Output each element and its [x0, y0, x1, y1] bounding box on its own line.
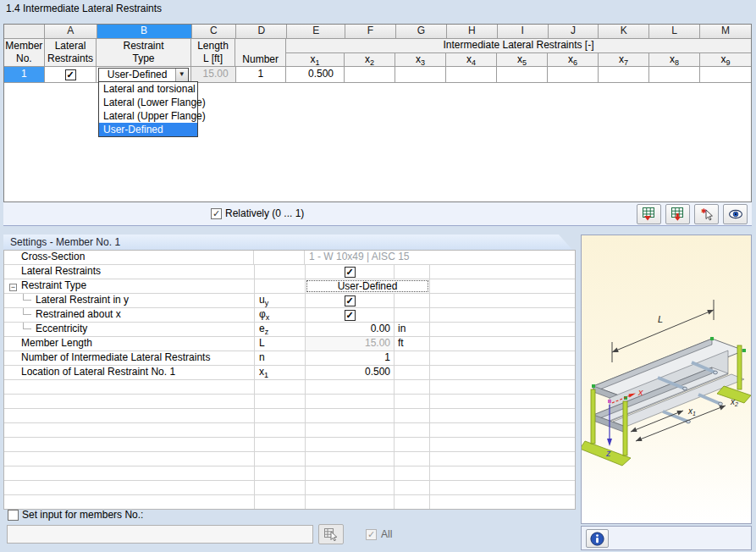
settings-extra-cell — [430, 294, 575, 307]
collapse-minus-icon[interactable]: − — [9, 284, 17, 291]
settings-symbol — [255, 409, 306, 422]
settings-row: Number of Intermediate Lateral Restraint… — [4, 351, 575, 366]
header-restraint-type: Restraint Type — [97, 39, 190, 66]
x1-cell[interactable]: 0.500 — [286, 67, 345, 82]
label-axis-z: z — [605, 448, 611, 458]
empty-x-cell[interactable] — [700, 67, 751, 82]
excel-export-button[interactable] — [665, 204, 690, 224]
tree-elbow-icon — [23, 308, 31, 315]
empty-x-cell[interactable] — [395, 67, 446, 82]
empty-x-cell[interactable] — [446, 67, 497, 82]
number-cell[interactable]: 1 — [236, 67, 287, 82]
relatively-bar: ✓ Relatively (0 ... 1) — [3, 202, 752, 226]
column-letter-L[interactable]: L — [649, 25, 700, 38]
settings-value-cell — [306, 466, 395, 480]
column-letter-J[interactable]: J — [549, 25, 599, 38]
settings-symbol — [255, 279, 306, 293]
header-x8: x8 — [649, 53, 700, 66]
settings-row: Lateral Restraints✓ — [4, 265, 575, 279]
settings-label — [4, 438, 255, 451]
header-member-no: Member No. — [4, 39, 45, 66]
settings-symbol — [254, 251, 305, 264]
settings-value-cell — [306, 481, 395, 494]
column-letter-A[interactable]: A — [45, 25, 97, 38]
dropdown-item[interactable]: Lateral (Lower Flange) — [99, 96, 197, 109]
info-button[interactable] — [586, 529, 609, 548]
settings-value-cell[interactable]: 0.00 — [306, 323, 395, 336]
lateral-restraints-checkbox[interactable]: ✓ — [65, 69, 76, 80]
settings-empty-row — [4, 423, 575, 438]
view-button[interactable] — [723, 204, 748, 224]
settings-value-cell[interactable]: 0.500 — [306, 366, 395, 379]
column-letter-F[interactable]: F — [345, 25, 396, 38]
settings-checkbox[interactable]: ✓ — [345, 267, 356, 278]
empty-x-cell[interactable] — [548, 67, 599, 82]
settings-label — [4, 395, 255, 408]
dropdown-item[interactable]: Lateral (Upper Flange) — [99, 109, 197, 123]
settings-empty-row — [4, 395, 575, 409]
table-header-row: Member No. Lateral Restraints Restraint … — [4, 39, 751, 67]
settings-empty-row — [4, 466, 575, 481]
settings-value-text: 1 - W 10x49 | AISC 15 — [305, 251, 575, 264]
settings-extra-cell — [430, 395, 575, 408]
settings-restraint-type-combo[interactable]: User-Defined — [306, 280, 428, 292]
settings-value-cell — [306, 495, 395, 509]
settings-value-cell[interactable]: 1 — [306, 351, 395, 365]
pick-members-button[interactable]: ✱ — [694, 204, 719, 224]
diagram-panel: L — [581, 235, 752, 524]
settings-symbol: uy — [255, 294, 306, 307]
set-input-checkbox[interactable]: ✓ — [8, 510, 19, 521]
settings-row: Lateral Restraint in yuy✓ — [4, 294, 575, 308]
settings-checkbox[interactable]: ✓ — [345, 295, 356, 306]
settings-extra-cell — [430, 308, 575, 322]
settings-symbol — [255, 395, 306, 408]
settings-unit-cell — [395, 395, 430, 408]
settings-extra-cell — [430, 452, 575, 466]
relatively-checkbox[interactable]: ✓ — [211, 208, 222, 219]
settings-row: Cross-Section1 - W 10x49 | AISC 15 — [4, 251, 575, 265]
settings-label — [4, 409, 255, 422]
settings-label: −Restraint Type — [4, 279, 255, 293]
pick-members-in-graphic-button — [318, 524, 344, 544]
column-letter-H[interactable]: H — [447, 25, 498, 38]
empty-x-cell[interactable] — [497, 67, 548, 82]
column-letter-B[interactable]: B — [97, 25, 192, 38]
settings-value-cell — [306, 438, 395, 451]
column-letter-G[interactable]: G — [396, 25, 447, 38]
settings-label: Lateral Restraint in y — [4, 294, 255, 307]
relatively-label: Relatively (0 ... 1) — [225, 207, 304, 219]
settings-unit-cell — [395, 452, 430, 466]
settings-checkbox[interactable]: ✓ — [345, 310, 356, 321]
chevron-down-icon[interactable]: ▼ — [175, 69, 188, 82]
settings-label — [4, 380, 255, 394]
settings-header: Settings - Member No. 1 — [3, 235, 576, 250]
settings-symbol — [255, 265, 306, 279]
all-option: ✓ All — [366, 528, 392, 540]
empty-x-cell[interactable] — [345, 67, 395, 82]
settings-unit-cell — [395, 438, 430, 451]
excel-import-button[interactable] — [637, 204, 661, 224]
settings-unit-cell — [395, 423, 430, 437]
settings-value-cell — [306, 395, 395, 408]
column-letter-I[interactable]: I — [498, 25, 549, 38]
settings-unit-cell — [395, 380, 430, 394]
settings-label — [4, 452, 255, 466]
settings-unit-cell — [395, 409, 430, 422]
tree-elbow-icon — [23, 323, 31, 329]
column-letter-D[interactable]: D — [236, 25, 287, 38]
settings-symbol — [255, 452, 306, 466]
column-letter-C[interactable]: C — [192, 25, 237, 38]
settings-unit-cell — [395, 351, 430, 365]
settings-label — [4, 495, 255, 509]
settings-value-cell — [306, 452, 395, 466]
empty-x-cell[interactable] — [599, 67, 649, 82]
empty-x-cell[interactable] — [649, 67, 700, 82]
dropdown-item[interactable]: User-Defined — [99, 123, 197, 136]
label-x1: x1 — [687, 406, 696, 417]
member-number-cell[interactable]: 1 — [4, 67, 45, 82]
column-letter-K[interactable]: K — [599, 25, 649, 38]
dropdown-item[interactable]: Lateral and torsional — [99, 82, 197, 96]
column-letter-E[interactable]: E — [287, 25, 345, 38]
settings-symbol: ez — [255, 323, 306, 336]
column-letter-M[interactable]: M — [700, 25, 751, 38]
